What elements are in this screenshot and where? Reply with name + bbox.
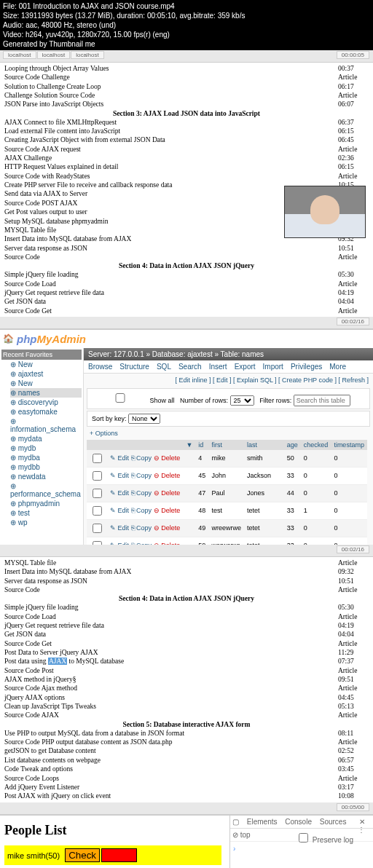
people-area: People List mike smith(50) CheckDeletePa… xyxy=(0,815,373,868)
meta-size: Size: 13911993 bytes (13.27 MiB), durati… xyxy=(3,11,370,20)
tree-node[interactable]: ⊕ New xyxy=(10,360,82,369)
people-left: People List mike smith(50) CheckDeletePa… xyxy=(0,816,229,868)
tree-node[interactable]: ⊕ test xyxy=(10,508,82,518)
menu-export[interactable]: Export xyxy=(235,363,256,371)
edit-link[interactable]: ✎ Edit xyxy=(110,542,129,545)
devtools-tabs: ▢ Elements Console Sources ✕ ⋮ xyxy=(230,816,373,829)
table-row: ✎ Edit ⎘ Copy ⊖ Delete48testtetet3310 xyxy=(87,502,367,519)
edit-link[interactable]: ✎ Edit xyxy=(110,489,129,497)
numrows-select[interactable]: 25 xyxy=(230,395,254,406)
pma-sidebar: Recent Favorites ⊕ New⊕ ajaxtest⊕ New⊕ n… xyxy=(0,348,84,545)
tree-node[interactable]: ⊕ discoveryvip xyxy=(10,398,82,407)
tree-node[interactable]: ⊕ mydb xyxy=(10,443,82,453)
pma-header: 🏠 phpMyAdmin xyxy=(0,329,373,348)
close-icon[interactable]: ✕ xyxy=(359,818,365,826)
browser-tabs-4: 00:05/00 xyxy=(0,802,373,815)
clear-icon[interactable]: ⊘ xyxy=(232,831,238,839)
menu-browse[interactable]: Browse xyxy=(88,363,112,371)
menu-privileges[interactable]: Privileges xyxy=(291,363,322,371)
table-row: ✎ Edit ⎘ Copy ⊖ Delete49wreewrwetetet330… xyxy=(87,519,367,537)
preserve-check[interactable] xyxy=(299,833,308,843)
tab-elements[interactable]: Elements xyxy=(247,818,278,826)
breadcrumb: Server: 127.0.0.1 » Database: ajaxtest »… xyxy=(84,348,373,360)
tab-item[interactable]: localhost xyxy=(3,51,36,59)
showall-check[interactable] xyxy=(95,393,146,403)
meta-file: File: 001 Introduction to AJAX and JSON … xyxy=(3,1,370,11)
tab-console[interactable]: Console xyxy=(285,818,312,826)
page-title: People List xyxy=(4,823,225,838)
tree-node[interactable]: ⊕ phpmyadmin xyxy=(10,499,82,508)
copy-link[interactable]: ⎘ Copy xyxy=(131,472,152,479)
table-row: ✎ Edit ⎘ Copy ⊖ Delete50werwerwrtetet330… xyxy=(87,537,367,545)
browser-tabs-1: 00:00:05 localhostlocalhostlocalhost xyxy=(0,50,373,63)
tab-sources[interactable]: Sources xyxy=(320,818,347,826)
tab-item[interactable]: localhost xyxy=(71,51,104,59)
edit-link[interactable]: ✎ Edit xyxy=(110,472,129,479)
delete-link[interactable]: ⊖ Delete xyxy=(154,472,181,479)
table-row: ✎ Edit ⎘ Copy ⊖ Delete4mikesmith5000 xyxy=(87,450,367,467)
delete-button[interactable]: Delete xyxy=(101,848,137,862)
tree-node[interactable]: ⊕ wp xyxy=(10,518,82,527)
browser-tabs-2: 00:02/16 xyxy=(0,317,373,329)
edit-link[interactable]: ✎ Edit xyxy=(110,524,129,532)
tree-node[interactable]: ⊕ names xyxy=(10,388,82,398)
filter-row: Show all Number of rows: 25 Filter rows: xyxy=(87,388,370,409)
tree-node[interactable]: ⊕ mydbb xyxy=(10,462,82,472)
copy-link[interactable]: ⎘ Copy xyxy=(131,489,152,497)
menu-import[interactable]: Import xyxy=(263,363,283,371)
favorites-tab[interactable]: Favorites xyxy=(25,351,52,358)
meta-gen: Generated by Thumbnail me xyxy=(3,39,370,49)
webcam-thumbnail xyxy=(284,186,366,238)
delete-link[interactable]: ⊖ Delete xyxy=(154,524,181,532)
person-row: mike smith(50) CheckDelete xyxy=(4,845,221,865)
menu-sql[interactable]: SQL xyxy=(157,363,171,371)
menu-icon[interactable]: ⋮ xyxy=(358,826,365,834)
table-row: ✎ Edit ⎘ Copy ⊖ Delete47PaulJones4400 xyxy=(87,484,367,502)
pma-home-icon[interactable]: 🏠 xyxy=(3,334,14,344)
edit-link[interactable]: ✎ Edit xyxy=(110,454,129,462)
filter-input[interactable] xyxy=(294,395,350,406)
pma-main: Server: 127.0.0.1 » Database: ajaxtest »… xyxy=(84,348,373,545)
tree-node[interactable]: ⊕ mydata xyxy=(10,434,82,443)
devtools-panel: ▢ Elements Console Sources ✕ ⋮ ⊘ top Pre… xyxy=(229,816,373,868)
tree-node[interactable]: ⊕ performance_schema xyxy=(10,481,82,499)
menu-structure[interactable]: Structure xyxy=(119,363,149,371)
pma-body: Recent Favorites ⊕ New⊕ ajaxtest⊕ New⊕ n… xyxy=(0,348,373,545)
copy-link[interactable]: ⎘ Copy xyxy=(131,454,152,462)
query-links[interactable]: [ Edit inline ] [ Edit ] [ Explain SQL ]… xyxy=(84,374,373,387)
browser-tabs-3: 00:02/16 xyxy=(0,545,373,557)
tab-item[interactable]: localhost xyxy=(37,51,71,59)
options-toggle[interactable]: + Options xyxy=(84,428,373,438)
delete-link[interactable]: ⊖ Delete xyxy=(154,507,181,514)
meta-audio: Audio: aac, 48000 Hz, stereo (und) xyxy=(3,20,370,30)
edit-link[interactable]: ✎ Edit xyxy=(110,507,129,514)
sort-select[interactable]: None xyxy=(128,414,160,424)
delete-link[interactable]: ⊖ Delete xyxy=(154,542,181,545)
tree-node[interactable]: ⊕ mydba xyxy=(10,453,82,462)
check-button[interactable]: Check xyxy=(65,848,100,862)
pma-menu: BrowseStructureSQLSearchInsertExportImpo… xyxy=(84,360,373,374)
menu-insert[interactable]: Insert xyxy=(209,363,227,371)
video-metadata-bar: File: 001 Introduction to AJAX and JSON … xyxy=(0,0,373,50)
copy-link[interactable]: ⎘ Copy xyxy=(131,507,152,514)
copy-link[interactable]: ⎘ Copy xyxy=(131,524,152,532)
menu-more[interactable]: More xyxy=(329,363,346,371)
meta-video: Video: h264, yuv420p, 1280x720, 15.00 fp… xyxy=(3,30,370,39)
context-select[interactable]: top xyxy=(240,831,251,839)
copy-link[interactable]: ⎘ Copy xyxy=(131,542,152,545)
tree-node[interactable]: ⊕ New xyxy=(10,379,82,388)
tree-node[interactable]: ⊕ newdata xyxy=(10,472,82,481)
tree-node[interactable]: ⊕ ajaxtest xyxy=(10,369,82,379)
delete-link[interactable]: ⊖ Delete xyxy=(154,489,181,497)
db-tree: ⊕ New⊕ ajaxtest⊕ New⊕ names⊕ discoveryvi… xyxy=(1,360,82,527)
table-row: ✎ Edit ⎘ Copy ⊖ Delete45JohnJackson3300 xyxy=(87,467,367,484)
mobile-icon[interactable]: ▢ xyxy=(232,818,239,826)
data-table: ▼idfirstlastagecheckedtimestamp✎ Edit ⎘ … xyxy=(87,440,367,545)
menu-search[interactable]: Search xyxy=(178,363,202,371)
recent-tab[interactable]: Recent xyxy=(3,351,24,358)
delete-link[interactable]: ⊖ Delete xyxy=(154,454,181,462)
console-toolbar: ⊘ top Preserve log xyxy=(230,829,373,842)
tree-node[interactable]: ⊕ easytomake xyxy=(10,407,82,417)
tree-node[interactable]: ⊕ information_schema xyxy=(10,417,82,434)
course-list-2: MYSQL Table fileArticleInsert Data into … xyxy=(0,557,373,802)
